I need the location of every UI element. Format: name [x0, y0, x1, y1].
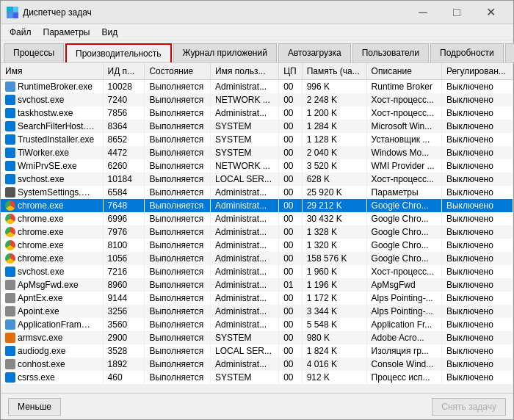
maximize-button[interactable]: □ [440, 1, 474, 24]
end-task-button[interactable]: Снять задачу [432, 398, 506, 416]
cell-pid: 8364 [103, 120, 145, 133]
cell-status: Выполняется [145, 186, 211, 199]
cell-memory: 1 960 K [302, 265, 366, 278]
tab-processes[interactable]: Процессы [4, 43, 64, 62]
col-header-status[interactable]: Состояние [145, 63, 211, 80]
table-row[interactable]: svchost.exe 7240 Выполняется NETWORK ...… [1, 93, 513, 106]
table-row[interactable]: chrome.exe 8100 Выполняется Administrat.… [1, 239, 513, 252]
cell-user: Administrat... [211, 225, 279, 239]
cell-name: chrome.exe [1, 225, 103, 239]
table-row[interactable]: chrome.exe 6996 Выполняется Administrat.… [1, 212, 513, 225]
table-row[interactable]: chrome.exe 1056 Выполняется Administrat.… [1, 252, 513, 265]
cell-desc: Google Chro... [366, 199, 441, 212]
cell-name: SystemSettings.exe [1, 186, 103, 199]
cell-desc: Application Fr... [366, 318, 441, 331]
table-row[interactable]: WmiPrvSE.exe 6260 Выполняется NETWORK ..… [1, 159, 513, 173]
process-icon [5, 280, 15, 290]
cell-name: svchost.exe [1, 173, 103, 186]
cell-desc: Alps Pointing-... [366, 292, 441, 305]
col-header-reg[interactable]: Регулирован... [441, 63, 513, 80]
minimize-button[interactable]: ─ [406, 1, 440, 24]
close-button[interactable]: ✕ [474, 1, 507, 24]
process-name: chrome.exe [18, 200, 64, 211]
table-row[interactable]: RuntimeBroker.exe 10028 Выполняется Admi… [1, 80, 513, 94]
cell-name: armsvc.exe [1, 331, 103, 344]
cell-reg: Выключено [441, 265, 513, 278]
tab-app-history[interactable]: Журнал приложений [173, 43, 277, 62]
cell-reg: Выключено [441, 252, 513, 265]
cell-desc: Google Chro... [366, 239, 441, 252]
col-header-cpu[interactable]: ЦП [279, 63, 303, 80]
cell-memory: 1 200 K [302, 106, 366, 120]
table-row[interactable]: ApntEx.exe 9144 Выполняется Administrat.… [1, 292, 513, 305]
table-row[interactable]: SearchFilterHost.exe 8364 Выполняется SY… [1, 120, 513, 133]
cell-reg: Выключено [441, 212, 513, 225]
table-row[interactable]: armsvc.exe 2900 Выполняется SYSTEM 00 98… [1, 331, 513, 344]
cell-cpu: 00 [279, 344, 303, 358]
cell-cpu: 00 [279, 371, 303, 384]
menu-options[interactable]: Параметры [37, 26, 96, 39]
cell-memory: 1 328 K [302, 225, 366, 239]
tab-startup[interactable]: Автозагрузка [278, 43, 351, 62]
cell-pid: 6584 [103, 186, 145, 199]
menu-file[interactable]: Файл [4, 26, 37, 39]
table-row[interactable]: ApMsgFwd.exe 8960 Выполняется Administra… [1, 278, 513, 292]
cell-cpu: 00 [279, 199, 303, 212]
process-icon [5, 82, 15, 92]
svg-rect-1 [13, 7, 18, 12]
table-row[interactable]: TrustedInstaller.exe 8652 Выполняется SY… [1, 133, 513, 146]
tab-users[interactable]: Пользователи [352, 43, 429, 62]
cell-cpu: 00 [279, 225, 303, 239]
less-button[interactable]: Меньше [8, 398, 61, 416]
cell-name: SearchFilterHost.exe [1, 120, 103, 133]
process-name: taskhostw.exe [18, 108, 73, 118]
cell-user: SYSTEM [211, 133, 279, 146]
col-header-user[interactable]: Имя польз... [211, 63, 279, 80]
cell-user: Administrat... [211, 358, 279, 371]
table-row[interactable]: chrome.exe 7976 Выполняется Administrat.… [1, 225, 513, 239]
table-row[interactable]: audiodg.exe 3528 Выполняется LOCAL SER..… [1, 344, 513, 358]
table-row[interactable]: csrss.exe 460 Выполняется SYSTEM 00 912 … [1, 371, 513, 384]
tab-services[interactable]: Службы [505, 43, 514, 62]
table-row[interactable]: conhost.exe 1892 Выполняется Administrat… [1, 358, 513, 371]
table-row[interactable]: SystemSettings.exe 6584 Выполняется Admi… [1, 186, 513, 199]
cell-pid: 1892 [103, 358, 145, 371]
process-name: svchost.exe [18, 267, 64, 277]
cell-pid: 3560 [103, 318, 145, 331]
cell-cpu: 00 [279, 331, 303, 344]
cell-cpu: 00 [279, 292, 303, 305]
process-icon [5, 333, 15, 343]
table-row[interactable]: svchost.exe 10184 Выполняется LOCAL SER.… [1, 173, 513, 186]
cell-reg: Выключено [441, 305, 513, 318]
cell-pid: 460 [103, 371, 145, 384]
cell-user: Administrat... [211, 186, 279, 199]
table-row[interactable]: chrome.exe 7648 Выполняется Administrat.… [1, 199, 513, 212]
tab-performance[interactable]: Производительность [65, 43, 171, 62]
table-row[interactable]: TiWorker.exe 4472 Выполняется SYSTEM 00 … [1, 146, 513, 159]
col-header-pid[interactable]: ИД п... [103, 63, 145, 80]
col-header-desc[interactable]: Описание [366, 63, 441, 80]
table-scroll-area[interactable]: Имя ИД п... Состояние Имя польз... ЦП Па… [1, 63, 513, 393]
tab-details[interactable]: Подробности [430, 43, 504, 62]
cell-cpu: 01 [279, 278, 303, 292]
col-header-memory[interactable]: Память (ча... [302, 63, 366, 80]
cell-user: Administrat... [211, 212, 279, 225]
table-row[interactable]: svchost.exe 7216 Выполняется Administrat… [1, 265, 513, 278]
table-row[interactable]: Apoint.exe 3256 Выполняется Administrat.… [1, 305, 513, 318]
cell-name: ApMsgFwd.exe [1, 278, 103, 292]
table-row[interactable]: taskhostw.exe 7856 Выполняется Administr… [1, 106, 513, 120]
cell-desc: Хост-процесс... [366, 93, 441, 106]
table-header-row: Имя ИД п... Состояние Имя польз... ЦП Па… [1, 63, 513, 80]
cell-name: chrome.exe [1, 252, 103, 265]
cell-pid: 6996 [103, 212, 145, 225]
menu-view[interactable]: Вид [95, 26, 123, 39]
col-header-name[interactable]: Имя [1, 63, 103, 80]
table-row[interactable]: ApplicationFrameHo... 3560 Выполняется A… [1, 318, 513, 331]
cell-memory: 1 320 K [302, 239, 366, 252]
cell-status: Выполняется [145, 358, 211, 371]
windows-icon [5, 346, 15, 356]
cell-desc: Хост-процесс... [366, 265, 441, 278]
cell-user: Administrat... [211, 199, 279, 212]
cell-reg: Выключено [441, 80, 513, 94]
cell-reg: Выключено [441, 173, 513, 186]
